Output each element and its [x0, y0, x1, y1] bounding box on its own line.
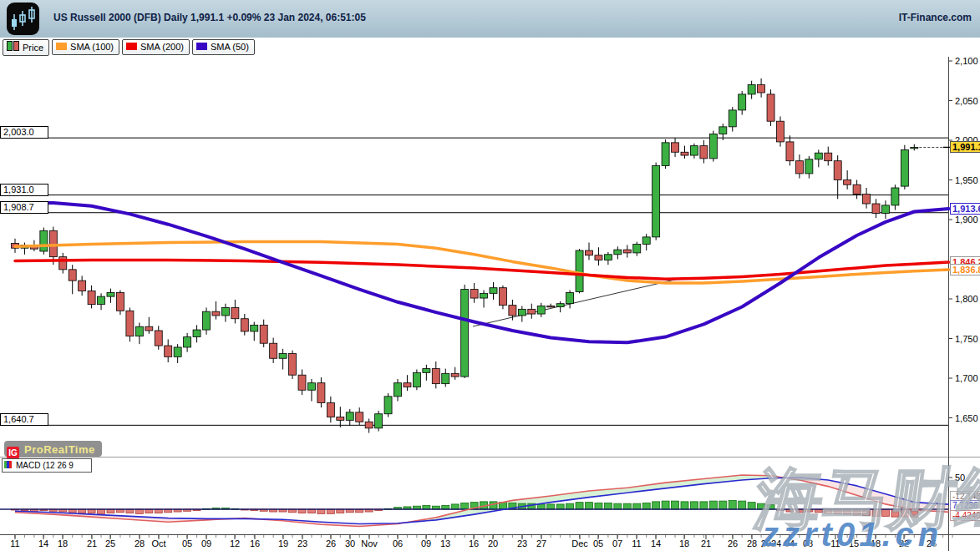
x-tick-label: 22	[899, 538, 909, 548]
candle-body	[69, 270, 76, 281]
macd-y-tick-label: 50	[955, 473, 965, 483]
candle-body	[672, 143, 679, 152]
x-tick-label: Nov	[361, 538, 378, 548]
macd-histogram-bar	[853, 509, 861, 515]
x-tick-label: 11	[830, 538, 840, 548]
x-tick-label: 11	[632, 538, 641, 548]
macd-histogram-bar	[863, 509, 871, 516]
app-logo-icon[interactable]	[7, 3, 39, 35]
candle-body	[79, 281, 86, 291]
macd-histogram-bar	[709, 501, 717, 509]
x-tick-label: 14	[38, 538, 48, 548]
candle-body	[241, 319, 248, 331]
candle-body	[758, 85, 765, 94]
level-label: 2,003.0	[0, 126, 48, 139]
macd-histogram-bar	[729, 500, 736, 509]
candle-body	[547, 306, 555, 307]
candle-body	[307, 383, 315, 391]
candle-body	[327, 402, 334, 417]
candle-body	[623, 250, 631, 253]
prorealtime-label: ProRealTime	[24, 443, 95, 456]
y-tick-label: 2,050	[955, 96, 978, 106]
macd-histogram-bar	[844, 509, 851, 514]
x-tick-label: 12	[230, 538, 240, 548]
macd-histogram-bar	[317, 509, 325, 513]
legend-tab-sma-200[interactable]: SMA (200)	[122, 39, 190, 55]
x-tick-label: 05	[182, 538, 192, 548]
macd-histogram-bar	[614, 503, 622, 509]
candle-body	[825, 153, 832, 161]
macd-histogram-bar	[872, 509, 880, 516]
macd-histogram-bar	[642, 503, 650, 509]
candle-body	[709, 134, 717, 158]
candle-body	[614, 250, 622, 255]
chart-canvas[interactable]: 111418212528Oct0509121619232630Nov060913…	[0, 0, 980, 551]
candle-body	[604, 255, 612, 260]
candle-body	[442, 373, 449, 383]
legend-tab-label: SMA (100)	[70, 42, 114, 52]
candle-body	[375, 414, 383, 428]
x-tick-label: 28	[135, 538, 145, 548]
candle-body	[423, 369, 430, 373]
header-bar: US Russell 2000 (DFB) Daily 1,991.1 +0.0…	[0, 0, 980, 38]
candle-body	[193, 330, 201, 337]
candle-body	[59, 257, 67, 270]
x-tick-label: 05	[593, 538, 603, 548]
candle-body	[49, 230, 57, 256]
candle-body	[251, 325, 258, 331]
candle-body	[642, 237, 650, 245]
macd-histogram-bar	[556, 504, 564, 509]
macd-label-text: MACD (12 26 9	[16, 461, 74, 470]
price-label-sma100: 1,836.8	[950, 264, 980, 276]
candle-body	[451, 373, 459, 377]
legend-tab-price[interactable]: Price	[3, 39, 49, 56]
candle-body	[155, 331, 162, 346]
candle-body	[221, 307, 229, 316]
candle-body	[586, 250, 593, 255]
x-tick-label: 23	[297, 538, 307, 548]
x-tick-label: 21	[87, 538, 97, 548]
candle-body	[872, 204, 880, 213]
legend-tab-sma-100[interactable]: SMA (100)	[52, 39, 119, 55]
macd-histogram-bar	[739, 501, 746, 509]
macd-histogram-bar	[901, 509, 908, 517]
level-label: 1,908.7	[0, 201, 48, 214]
candle-body	[384, 397, 392, 414]
macd-histogram-bar	[461, 503, 469, 509]
x-tick-label: 20	[488, 538, 498, 548]
candle-body	[499, 288, 506, 306]
candle-body	[681, 152, 688, 155]
candle-body	[480, 293, 488, 298]
candle-body	[231, 307, 239, 318]
x-tick-label: 16	[250, 538, 260, 548]
legend-tab-sma-50[interactable]: SMA (50)	[192, 39, 255, 55]
candle-body	[260, 325, 267, 343]
candle-body	[165, 346, 172, 356]
candle-body	[432, 369, 439, 384]
macd-histogram-bar	[633, 503, 641, 509]
x-tick-label: 08	[803, 538, 813, 548]
prorealtime-badge[interactable]: IGProRealTime	[4, 441, 102, 457]
candle-body	[346, 412, 353, 421]
candle-body	[881, 205, 889, 214]
candle-body	[40, 230, 48, 251]
x-tick-label: 23	[517, 538, 527, 548]
candle-body	[748, 85, 755, 94]
y-tick-label: 1,750	[955, 334, 978, 344]
level-label: 1,640.7	[0, 413, 48, 426]
sma-color-swatch	[196, 43, 207, 50]
y-tick-label: 2,100	[955, 56, 978, 66]
candle-body	[135, 326, 143, 336]
candle-body	[719, 127, 727, 134]
candle-body	[518, 309, 526, 316]
candle-body	[844, 180, 851, 185]
candle-body	[298, 375, 306, 390]
macd-indicator-label[interactable]: MACD (12 26 9	[2, 458, 92, 473]
candle-body	[891, 188, 899, 205]
candle-body	[739, 94, 746, 110]
legend-tab-label: SMA (200)	[140, 42, 184, 52]
candle-body	[652, 165, 660, 237]
macd-histogram-bar	[700, 502, 708, 509]
candle-body	[174, 347, 181, 356]
candle-body	[853, 185, 861, 194]
